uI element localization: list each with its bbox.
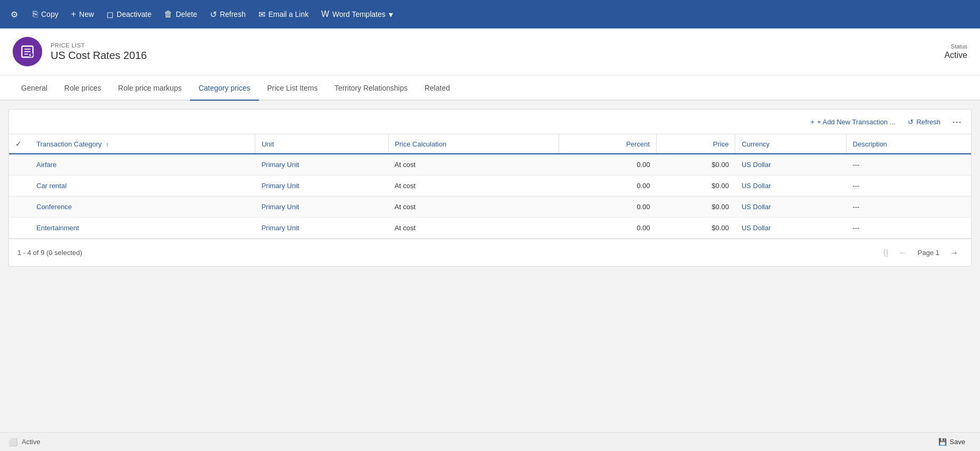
th-description[interactable]: Description [846,134,971,154]
tab-general[interactable]: General [13,75,56,101]
tab-related[interactable]: Related [416,75,458,101]
refresh-button[interactable]: ↺ Refresh [204,6,252,23]
settings-icon: ⚙ [11,9,18,19]
copy-button[interactable]: ⎘ Copy [26,6,65,22]
row-check-1[interactable] [9,175,30,197]
tab-price-list-items[interactable]: Price List Items [259,75,326,101]
cell-unit-1[interactable]: Primary Unit [255,175,388,197]
cell-price-3: $0.00 [656,218,735,239]
pagination-controls: ⟨| ← Page 1 → [879,246,963,260]
cell-price-2: $0.00 [656,197,735,218]
cell-transaction-category-3[interactable]: Entertainment [30,218,255,239]
next-page-button[interactable]: → [946,246,963,260]
sort-up-icon: ↑ [105,141,109,148]
delete-label: Delete [176,10,197,18]
cell-unit-3[interactable]: Primary Unit [255,218,388,239]
select-all-col[interactable]: ✓ [9,134,30,154]
row-check-2[interactable] [9,197,30,218]
tab-territory-relationships[interactable]: Territory Relationships [326,75,416,101]
cell-percent-0: 0.00 [559,154,657,175]
word-templates-label: Word Templates [332,10,386,18]
status-bar-left: ⬜ Active [8,438,932,446]
grid-panel: + + Add New Transaction ... ↺ Refresh ⋯ … [8,109,972,267]
deactivate-icon: ◻ [107,9,113,19]
cell-unit-0[interactable]: Primary Unit [255,154,388,175]
tabs-bar: General Role prices Role price markups C… [0,75,980,101]
cell-percent-1: 0.00 [559,175,657,197]
add-new-transaction-button[interactable]: + + Add New Transaction ... [806,116,899,128]
cell-currency-0[interactable]: US Dollar [735,154,846,175]
settings-button[interactable]: ⚙ [4,6,24,23]
th-currency[interactable]: Currency [735,134,846,154]
grid-toolbar: + + Add New Transaction ... ↺ Refresh ⋯ [9,110,971,134]
cell-price-calculation-1: At cost [388,175,559,197]
status-bar-text: Active [22,438,40,446]
word-icon: W [321,9,329,19]
record-avatar: $ [13,37,42,66]
ellipsis-icon: ⋯ [952,116,962,127]
new-button[interactable]: + New [65,6,100,22]
cell-description-2: --- [846,197,971,218]
record-name: US Cost Rates 2016 [51,50,944,62]
prev-page-button[interactable]: ← [895,246,911,260]
pagination-bar: 1 - 4 of 9 (0 selected) ⟨| ← Page 1 → [9,239,971,266]
cell-price-calculation-2: At cost [388,197,559,218]
status-label: Status [944,43,967,50]
cell-price-calculation-0: At cost [388,154,559,175]
row-check-0[interactable] [9,154,30,175]
cell-percent-3: 0.00 [559,218,657,239]
grid-refresh-button[interactable]: ↺ Refresh [904,116,945,128]
cell-price-1: $0.00 [656,175,735,197]
tab-category-prices[interactable]: Category prices [190,75,258,101]
cell-transaction-category-1[interactable]: Car rental [30,175,255,197]
cell-price-0: $0.00 [656,154,735,175]
save-icon: 💾 [938,438,947,446]
email-link-button[interactable]: ✉ Email a Link [252,6,315,23]
table-header-row: ✓ Transaction Category ↑ Unit Price Calc… [9,134,971,154]
row-check-3[interactable] [9,218,30,239]
record-status-area: Status Active [944,43,967,60]
cell-currency-1[interactable]: US Dollar [735,175,846,197]
table-body: Airfare Primary Unit At cost 0.00 $0.00 … [9,154,971,239]
add-new-label: + Add New Transaction ... [817,118,896,126]
cell-currency-2[interactable]: US Dollar [735,197,846,218]
table-row: Conference Primary Unit At cost 0.00 $0.… [9,197,971,218]
email-icon: ✉ [258,9,265,19]
th-unit[interactable]: Unit [255,134,388,154]
email-link-label: Email a Link [268,10,309,18]
svg-text:$: $ [29,53,31,57]
page-label: Page 1 [914,249,944,257]
deactivate-button[interactable]: ◻ Deactivate [100,6,158,23]
cell-price-calculation-3: At cost [388,218,559,239]
checkmark-icon: ✓ [15,140,22,148]
copy-label: Copy [41,10,59,18]
cell-unit-2[interactable]: Primary Unit [255,197,388,218]
cell-transaction-category-0[interactable]: Airfare [30,154,255,175]
table-row: Entertainment Primary Unit At cost 0.00 … [9,218,971,239]
delete-button[interactable]: 🗑 Delete [158,6,203,22]
cell-transaction-category-2[interactable]: Conference [30,197,255,218]
plus-icon: + [71,9,76,19]
save-button[interactable]: 💾 Save [932,436,972,448]
first-page-button[interactable]: ⟨| [879,246,892,260]
save-label: Save [949,438,965,446]
cell-currency-3[interactable]: US Dollar [735,218,846,239]
th-price-calculation[interactable]: Price Calculation [388,134,559,154]
grid-more-button[interactable]: ⋯ [949,115,965,129]
tab-role-price-markups[interactable]: Role price markups [110,75,190,101]
cell-description-3: --- [846,218,971,239]
grid-refresh-label: Refresh [916,118,940,126]
delete-icon: 🗑 [164,9,172,19]
status-bar-right: 💾 Save [932,436,972,448]
th-percent[interactable]: Percent [559,134,657,154]
chevron-down-icon: ▾ [389,9,393,19]
cell-description-0: --- [846,154,971,175]
status-bar: ⬜ Active 💾 Save [0,432,980,451]
th-transaction-category[interactable]: Transaction Category ↑ [30,134,255,154]
tab-role-prices[interactable]: Role prices [56,75,110,101]
word-templates-button[interactable]: W Word Templates ▾ [315,6,399,23]
data-table: ✓ Transaction Category ↑ Unit Price Calc… [9,134,971,239]
refresh-icon: ↺ [210,9,217,19]
record-info: PRICE LIST US Cost Rates 2016 [51,42,944,62]
th-price[interactable]: Price [656,134,735,154]
